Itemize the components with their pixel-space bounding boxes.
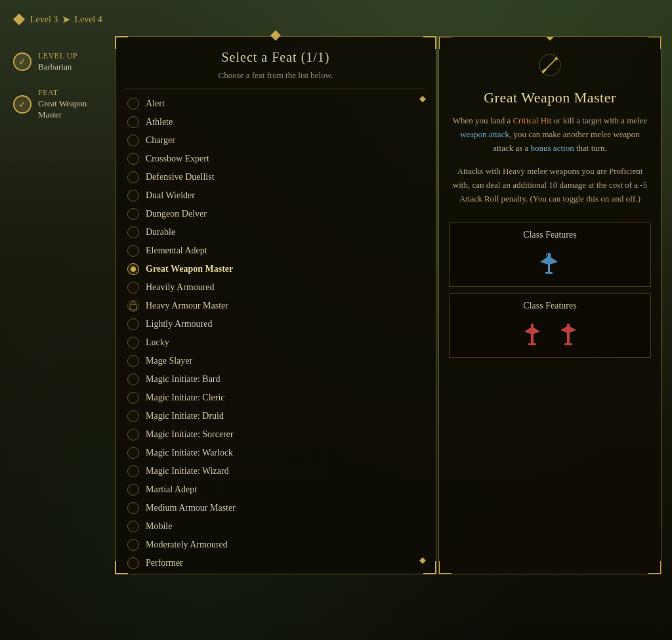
feat-name: Magic Initiate: Sorcerer [146,429,234,440]
feat-item-athlete[interactable]: Athlete [116,113,436,131]
corner-bl [115,561,128,574]
radio-empty [127,282,139,293]
radio-empty [127,337,139,349]
sidebar-check-feat: ✓ [13,95,32,114]
feat-name: Lightly Armoured [146,319,213,330]
feat-item-performer[interactable]: Performer [116,554,436,570]
feat-item-heavy-armour-master[interactable]: Heavy Armour Master [116,297,436,315]
svg-rect-13 [528,343,536,345]
class-features-box-2: Class Features [449,293,651,358]
feat-item-defensive-duellist[interactable]: Defensive Duellist [116,168,436,186]
left-sidebar: ✓ Level Up Barbarian ✓ Feat Great Weapon… [0,39,108,138]
corner-tl [115,36,128,49]
sidebar-item-levelup[interactable]: ✓ Level Up Barbarian [7,46,102,77]
svg-rect-5 [548,253,550,273]
corner-tl-right [438,36,452,49]
radio-empty [127,465,139,477]
feat-item-martial-adept[interactable]: Martial Adept [116,480,436,499]
radio-empty [127,484,139,496]
feat-description-1: When you land a Critical Hit or kill a t… [439,114,661,165]
corner-tr [423,36,436,49]
class-features-icons-2 [456,318,644,351]
feat-item-charger[interactable]: Charger [116,131,436,150]
svg-marker-7 [550,257,558,265]
feat-item-durable[interactable]: Durable [116,223,436,242]
feat-item-lucky[interactable]: Lucky [116,333,436,352]
feat-item-heavily-armoured[interactable]: Heavily Armoured [116,278,436,297]
svg-marker-16 [570,326,576,333]
feat-name: Lucky [146,337,169,348]
radio-empty [127,557,139,569]
feat-name: Mobile [146,521,172,532]
class-features-title-2: Class Features [456,301,644,311]
radio-empty [127,135,139,146]
feat-item-lightly-armoured[interactable]: Lightly Armoured [116,315,436,333]
radio-empty [127,190,139,202]
feat-name: Mage Slayer [146,356,192,366]
feat-name: Durable [146,227,175,238]
feat-list[interactable]: Alert Athlete Charger Crossbow Expert De… [116,89,436,570]
feat-name: Performer [146,558,183,568]
level-to: Level 4 [74,14,102,25]
feat-name: Dungeon Delver [146,209,207,219]
svg-rect-10 [531,324,534,345]
level-arrow: ➤ [62,13,70,26]
feat-item-medium-armour-master[interactable]: Medium Armour Master [116,499,436,517]
feat-item-mage-slayer[interactable]: Mage Slayer [116,352,436,370]
feat-item-magic-initiate-cleric[interactable]: Magic Initiate: Cleric [116,389,436,407]
right-panel-inner: Great Weapon Master When you land a Crit… [438,36,662,574]
radio-empty [127,521,139,532]
feat-item-magic-initiate-sorcerer[interactable]: Magic Initiate: Sorcerer [116,425,436,444]
radio-empty [127,98,139,110]
right-panel: Great Weapon Master When you land a Crit… [438,36,662,574]
radio-empty [127,447,139,459]
feat-item-magic-initiate-warlock[interactable]: Magic Initiate: Warlock [116,444,436,462]
feat-name: Crossbow Expert [146,154,209,164]
feat-name: Dual Wielder [146,190,195,201]
feat-item-magic-initiate-bard[interactable]: Magic Initiate: Bard [116,370,436,389]
feat-name: Great Weapon Master [146,264,233,274]
feat-name: Athlete [146,117,173,127]
feat-item-magic-initiate-druid[interactable]: Magic Initiate: Druid [116,407,436,425]
sidebar-text-feat: Feat Great Weapon Master [38,88,95,120]
feat-name: Martial Adept [146,484,197,495]
class-feature-icon-blue [534,250,566,276]
radio-empty [127,502,139,514]
level-indicator: Level 3 ➤ Level 4 [30,13,102,26]
feat-item-elemental-adept[interactable]: Elemental Adept [116,242,436,260]
sidebar-subtitle-levelup: Barbarian [38,62,77,73]
highlight-bonus-action: bonus action [531,143,574,153]
radio-empty [127,392,139,404]
feat-item-great-weapon-master[interactable]: Great Weapon Master [116,260,436,278]
panel-title: Select a Feat (1/1) [116,37,436,70]
radio-empty [127,539,139,551]
svg-marker-15 [560,326,567,333]
class-feature-icon-red-2 [555,321,581,347]
class-feature-icon-red-1 [519,321,545,347]
radio-empty [127,355,139,367]
feat-item-dual-wielder[interactable]: Dual Wielder [116,186,436,205]
sidebar-title-levelup: Level Up [38,51,77,62]
feat-item-mobile[interactable]: Mobile [116,517,436,536]
level-icon [13,14,25,26]
feat-name: Magic Initiate: Bard [146,374,220,385]
feat-item-crossbow-expert[interactable]: Crossbow Expert [116,150,436,168]
feat-name: Alert [146,98,165,109]
svg-rect-14 [567,324,570,345]
class-features-title-1: Class Features [456,230,644,240]
panel-subtitle: Choose a feat from the list below. [116,70,436,89]
corner-tr-right [648,36,662,49]
level-from: Level 3 [30,14,58,25]
class-features-icons-1 [456,247,644,280]
feat-item-moderately-armoured[interactable]: Moderately Armoured [116,536,436,554]
radio-empty [127,373,139,385]
feat-name: Heavily Armoured [146,282,215,293]
feat-item-dungeon-delver[interactable]: Dungeon Delver [116,205,436,223]
sidebar-item-feat[interactable]: ✓ Feat Great Weapon Master [7,83,102,125]
feat-item-alert[interactable]: Alert [116,95,436,113]
feat-item-magic-initiate-wizard[interactable]: Magic Initiate: Wizard [116,462,436,480]
radio-empty [127,318,139,330]
corner-br [423,561,436,574]
corner-bl-right [438,561,452,574]
svg-marker-12 [534,328,540,334]
